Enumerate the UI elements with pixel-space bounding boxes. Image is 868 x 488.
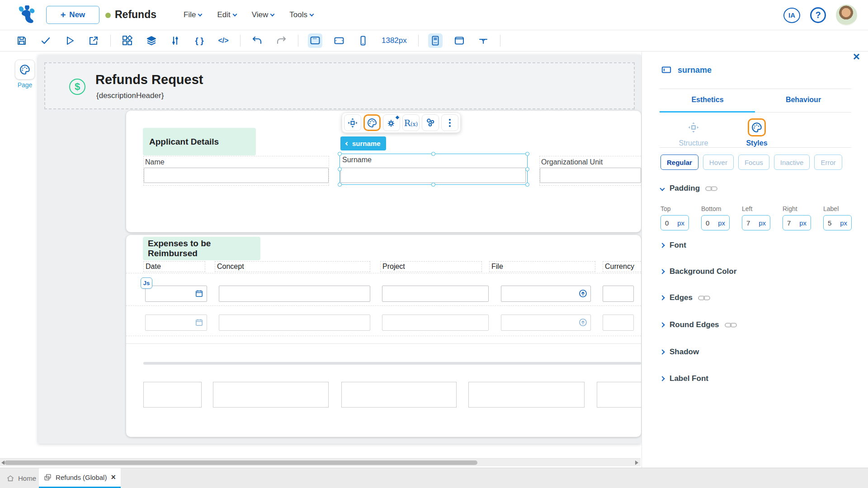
applicant-section-highlight[interactable]: Applicant Details (143, 128, 256, 155)
undo-icon[interactable] (250, 33, 264, 48)
code-icon[interactable]: </> (216, 33, 231, 48)
selected-element-chip[interactable]: surname (340, 136, 386, 150)
section-round-edges[interactable]: Round Edges (660, 320, 737, 329)
layers-icon[interactable] (144, 33, 159, 48)
state-regular[interactable]: Regular (660, 155, 698, 170)
new-button[interactable]: + New (46, 6, 99, 24)
concept-input-row1[interactable] (219, 286, 370, 302)
section-font[interactable]: Font (660, 241, 686, 250)
move-element-icon[interactable] (344, 114, 361, 131)
styles-palette-icon[interactable] (363, 114, 381, 131)
scroll-right-arrow[interactable] (635, 460, 638, 465)
view-styles[interactable]: Styles (732, 118, 782, 147)
section-background-color[interactable]: Background Color (660, 267, 736, 276)
padding-label-input[interactable]: 5px (823, 215, 852, 230)
section-label-font[interactable]: Label Font (660, 374, 708, 383)
tablet-view-icon[interactable] (332, 33, 346, 48)
help-icon[interactable]: ? (810, 7, 826, 23)
org-unit-input[interactable] (540, 168, 641, 183)
app-logo-icon[interactable] (17, 5, 35, 24)
menu-edit[interactable]: Edit (217, 10, 236, 19)
state-focus[interactable]: Focus (738, 155, 769, 170)
link-icon[interactable] (725, 322, 737, 328)
upload-icon[interactable] (578, 289, 588, 298)
section-shadow[interactable]: Shadow (660, 347, 699, 357)
file-input-row2[interactable] (501, 314, 591, 331)
summary-box[interactable] (597, 382, 641, 408)
tab-refunds-global[interactable]: Refunds (Global) × (39, 468, 121, 488)
save-icon[interactable] (14, 33, 29, 48)
padding-left-input[interactable]: 7px (742, 215, 770, 230)
section-edges[interactable]: Edges (660, 293, 710, 302)
column-header-concept[interactable]: Concept (215, 261, 370, 272)
validate-check-icon[interactable] (38, 33, 53, 48)
summary-box[interactable] (213, 382, 329, 408)
padding-right-input[interactable]: 7px (783, 215, 811, 230)
surname-selection-box[interactable]: Surname (340, 154, 528, 185)
expenses-section-highlight[interactable]: Expenses to be Reimbursed (143, 237, 260, 260)
server-panel-icon[interactable] (428, 33, 443, 48)
state-error[interactable]: Error (814, 155, 842, 170)
summary-box[interactable] (341, 382, 457, 408)
rules-rx-icon[interactable]: R(x) (402, 114, 420, 131)
currency-input-row2[interactable] (603, 314, 634, 331)
menu-file[interactable]: File (184, 10, 202, 19)
padding-bottom-input[interactable]: 0px (701, 215, 730, 230)
scrollbar-thumb[interactable] (5, 460, 477, 465)
selection-handle[interactable] (338, 152, 342, 156)
grid-scrollbar[interactable] (143, 362, 641, 365)
export-icon[interactable] (86, 33, 101, 48)
column-header-currency[interactable]: Currency (603, 261, 641, 272)
menu-tools[interactable]: Tools (289, 10, 313, 19)
close-tab-icon[interactable]: × (111, 473, 116, 482)
column-header-date[interactable]: Date (143, 261, 205, 272)
viewport-width-label[interactable]: 1382px (382, 36, 407, 45)
bindings-nodes-icon[interactable] (422, 114, 439, 131)
padding-top-input[interactable]: 0px (660, 215, 689, 230)
link-icon[interactable] (698, 295, 710, 301)
project-input-row2[interactable] (382, 314, 489, 331)
section-padding[interactable]: Padding (660, 184, 717, 193)
summary-box[interactable] (468, 382, 585, 408)
summary-box[interactable] (143, 382, 202, 408)
selection-handle[interactable] (431, 183, 435, 187)
selection-handle[interactable] (431, 152, 435, 156)
selection-handle[interactable] (525, 152, 529, 156)
currency-input-row1[interactable] (603, 286, 634, 302)
run-play-icon[interactable] (62, 33, 77, 48)
view-structure[interactable]: Structure (669, 118, 718, 147)
page-header-zone[interactable]: $ Refunds Request {descriptionHeader} (44, 62, 635, 109)
ai-assistant-icon[interactable]: IA (783, 8, 800, 23)
selection-handle[interactable] (338, 167, 342, 171)
desktop-view-icon[interactable] (308, 33, 322, 48)
browser-window-icon[interactable] (452, 33, 467, 48)
settings-gear-icon[interactable] (383, 114, 400, 131)
connectors-icon[interactable] (168, 33, 183, 48)
state-hover[interactable]: Hover (703, 155, 734, 170)
name-input[interactable] (144, 168, 329, 183)
file-input-row1[interactable] (501, 286, 591, 302)
user-avatar[interactable] (836, 5, 857, 26)
link-icon[interactable] (705, 186, 717, 192)
phone-view-icon[interactable] (356, 33, 370, 48)
selection-handle[interactable] (338, 183, 342, 187)
project-input-row1[interactable] (382, 286, 489, 302)
tab-home[interactable]: Home (6, 468, 36, 488)
calendar-icon[interactable] (195, 289, 203, 298)
canvas-horizontal-scrollbar[interactable] (0, 458, 641, 466)
tab-esthetics[interactable]: Esthetics (660, 96, 755, 112)
selection-handle[interactable] (525, 167, 529, 171)
braces-icon[interactable]: { } (192, 33, 207, 48)
page-styles-button[interactable] (15, 60, 35, 80)
menu-view[interactable]: View (252, 10, 274, 19)
more-options-icon[interactable] (441, 114, 458, 131)
components-grid-icon[interactable] (120, 33, 135, 48)
selection-handle[interactable] (525, 183, 529, 187)
filter-merge-icon[interactable] (476, 33, 491, 48)
js-badge[interactable]: Js (141, 277, 152, 289)
concept-input-row2[interactable] (219, 314, 370, 331)
column-header-file[interactable]: File (489, 261, 595, 272)
close-panel-icon[interactable]: × (853, 50, 860, 64)
column-header-project[interactable]: Project (380, 261, 482, 272)
scroll-left-arrow[interactable] (1, 460, 5, 465)
